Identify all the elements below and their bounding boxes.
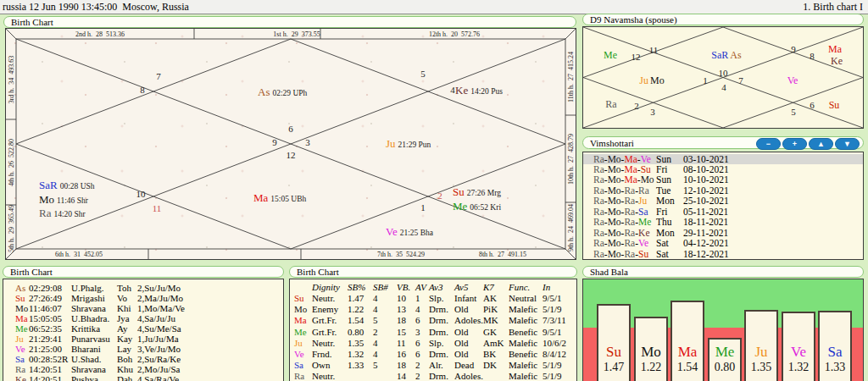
house-edge-label: 8th h. 27 491.15 [479, 251, 526, 258]
house-edge-label: 11th h. 27 415.24 [567, 52, 575, 102]
house-edge-label: 7th h. 35 524.29 [377, 251, 425, 258]
shadbala-bar-me: Me0.80 [708, 338, 742, 381]
dasha-row[interactable]: Ra-Mo-Ra-VeSat04-12-2021 [583, 238, 863, 248]
house-edge-label: 1st h. 29 373.55 [273, 30, 320, 38]
planet-label-as: As02:29 UPh [258, 84, 307, 99]
house-number: 3 [650, 107, 655, 117]
table-row: As02:29:08U.Phalg.Toh2,Su/Ju/Mo [3, 283, 283, 293]
house-number: 9 [272, 137, 277, 147]
birth-chart-panel-title: Birth Chart [11, 17, 53, 27]
planet-longitude-table: As02:29:08U.Phalg.Toh2,Su/Ju/MoSu27:26:4… [3, 279, 284, 381]
dasha-row[interactable]: Ra-Mo-Ra-JuMon25-10-2021 [583, 196, 863, 206]
planet-dignity-table: DignitySB%SB#VB.AVAv3Av5K7Func.InSuNeutr… [289, 279, 577, 381]
chart-info-text: russia 12 Jun 1990 13:45:00 Moscow, Russ… [0, 1, 189, 14]
birth-chart-panel-header[interactable]: Birth Chart [3, 16, 576, 28]
house-edge-label: 2nd h. 28 513.36 [75, 30, 125, 38]
shadbala-bar-label: Sa1.33 [820, 344, 850, 374]
table-row: MoEnemy1.224134Drm.OldPiKMalefic5/1/9 [290, 304, 576, 314]
table-row: JuNeutr.1.354116Slp.OldAmKMalefic10/6/2 [290, 338, 576, 348]
house-edge-label: 4th h. 26 522.80 [8, 139, 15, 186]
house-number: 4 [450, 85, 455, 95]
shadbala-bar-label: Me0.80 [709, 344, 740, 374]
house-number: 9 [791, 44, 796, 54]
dasha-row[interactable]: Ra-Mo-Ra-KeMon29-11-2021 [583, 228, 863, 238]
rasi-chart[interactable]: 785469312101112As02:29 UPhKe14:20 PusJu2… [5, 28, 576, 260]
planet-table-title: Birth Chart [10, 267, 53, 277]
house-number: 12 [632, 52, 641, 62]
planet-label-sar-as: SaRAs [710, 49, 742, 62]
planet-label-ra: Ra [604, 98, 617, 111]
vimshottari-panel-header[interactable]: Vimshottari −+▲▼ [582, 136, 864, 149]
zoom-out-button[interactable]: − [756, 138, 781, 150]
shadbala-bar-ve: Ve1.32 [782, 312, 815, 381]
house-number: 11 [153, 203, 162, 213]
jhora-window: russia 12 Jun 1990 13:45:00 Moscow, Russ… [0, 0, 868, 381]
house-number: 6 [810, 100, 815, 110]
shadbala-panel-header[interactable]: Shad Bala [582, 266, 864, 278]
planet-label-ma: Ma15:05 UBh [253, 190, 306, 205]
planet-label-ra: Ra14:20 Shr [39, 205, 86, 220]
vimshottari-buttons: −+▲▼ [756, 138, 860, 150]
table-row: Ke14:20:51PushyaDah4,Sa/Ra/Ve [3, 374, 283, 381]
scroll-up-button[interactable]: ▲ [809, 138, 833, 150]
titlebar: russia 12 Jun 1990 13:45:00 Moscow, Russ… [0, 0, 868, 14]
planet-table-panel-header[interactable]: Birth Chart [3, 266, 284, 278]
house-edge-label: 3rd h. 34 493.63 [8, 56, 15, 104]
zoom-in-button[interactable]: + [782, 138, 807, 150]
shadbala-bar-sa: Sa1.33 [818, 311, 852, 381]
planet-label-me: Me06:52 Kri [453, 198, 501, 213]
planet-label-ju: Ju21:29 Pun [386, 135, 431, 151]
dasha-row[interactable]: Ra-Mo-Ra-MeThu18-11-2021 [583, 217, 863, 227]
house-edge-label: 12th h. 20 572.76 [429, 30, 480, 38]
dasha-row[interactable]: Ra-Mo-Ra-SuSat18-12-2021 [583, 249, 863, 259]
house-number: 12 [287, 150, 296, 160]
house-edge-label: 9th h. 24 469.04 [567, 204, 575, 251]
dignity-table-panel-header[interactable]: Birth Chart [289, 266, 577, 278]
shadbala-bar-label: Ma1.54 [672, 344, 703, 374]
house-edge-label: 6th h. 31 452.05 [55, 251, 103, 258]
house-number: 10 [719, 68, 728, 78]
table-row: MeGrt.Fr.0.802153Drm.OldGKBenefic9/5/1 [290, 327, 576, 337]
shadbala-bar-label: Su1.47 [598, 344, 629, 374]
planet-label-ke: Ke [830, 55, 843, 68]
table-row: SaOwn1.335182Alr.DeadDKMalefic5/1/9 [290, 360, 576, 370]
dasha-row[interactable]: Ra-Mo-Ra-RaTue12-10-2021 [583, 185, 863, 196]
table-row: Ju21:29:41PunarvasuKay1,Ju/Ju/Ma [3, 334, 283, 344]
table-row: VeFrnd.1.324166Drm.OldBKBenefic8/4/12 [290, 349, 576, 359]
house-number: 6 [288, 124, 293, 134]
vimshottari-dasha-list[interactable]: Ra-Mo-Ma-VeSun03-10-2021Ra-Mo-Ma-SuFri08… [582, 152, 864, 260]
d9-chart[interactable]: 121198110742356MeSaRAsMaKeJuMoVeRaSu [582, 26, 864, 129]
house-number: 7 [738, 75, 743, 86]
house-number: 4 [721, 82, 726, 92]
house-edge-label: 10th h. 27 428.79 [567, 134, 575, 185]
dasha-row[interactable]: Ra-Mo-Ra-SaFri05-11-2021 [583, 207, 863, 217]
dasha-row[interactable]: Ra-Mo-Ma-MoSun10-10-2021 [583, 174, 863, 185]
table-row: SuNeutr.1.474101Slp.InfantAKNeutral9/5/1 [290, 293, 576, 303]
d9-panel-title: D9 Navamsha (spouse) [590, 14, 677, 25]
table-row: Mo11:46:07ShravanaKhi1,Mo/Ma/Ve [3, 303, 283, 313]
house-number: 8 [810, 51, 815, 61]
shadbala-bar-ma: Ma1.54 [670, 301, 704, 381]
shadbala-bar-ju: Ju1.35 [744, 310, 778, 381]
table-row: Sa00:28:52RU.Shad.Boh2,Su/Ra/Ke [3, 354, 283, 364]
planet-label-me: Me [603, 49, 618, 62]
house-number: 11 [649, 45, 659, 55]
planet-label-ma: Ma [827, 43, 843, 56]
table-row: Ra14:20:51ShravanaKhu2,Mo/Ju/Sa [3, 364, 283, 374]
house-number: 2 [437, 190, 442, 201]
dasha-row[interactable]: Ra-Mo-Ma-SuFri08-10-2021 [583, 164, 863, 174]
shadbala-bar-label: Ju1.35 [746, 344, 776, 374]
house-number: 8 [140, 85, 145, 95]
table-row: Su27:26:49MrigashiVo2,Ma/Ju/Mo [3, 293, 283, 303]
house-number: 3 [305, 137, 310, 147]
shadbala-title: Shad Bala [590, 267, 628, 277]
planet-label-ju-mo: JuMo [638, 75, 665, 87]
house-number: 7 [156, 71, 161, 81]
shadbala-bar-label: Ve1.32 [783, 344, 814, 374]
table-row: Me06:52:35KrittikaAy4,Su/Me/Sa [3, 323, 283, 334]
d9-panel-header[interactable]: D9 Navamsha (spouse) [582, 14, 864, 25]
shadbala-chart[interactable]: Su1.47Mo1.22Ma1.54Me0.80Ju1.35Ve1.32Sa1.… [582, 279, 864, 381]
house-number: 2 [634, 101, 639, 111]
dasha-row[interactable]: Ra-Mo-Ma-VeSun03-10-2021 [583, 154, 863, 164]
scroll-down-button[interactable]: ▼ [835, 138, 860, 150]
